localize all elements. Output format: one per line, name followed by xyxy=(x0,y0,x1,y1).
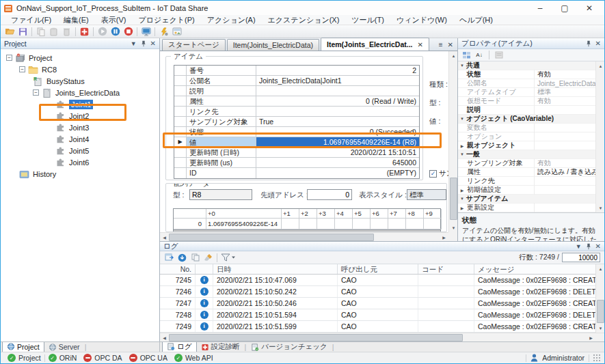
item-row-update-datetime[interactable]: 更新時間 (日時)2020/02/21 15:10:51 xyxy=(174,148,419,158)
monitor-icon[interactable] xyxy=(139,26,152,38)
menu-edit[interactable]: 編集(E) xyxy=(57,15,95,25)
item-row-state[interactable]: 状態0 (Succeeded) xyxy=(174,127,419,137)
maximize-button[interactable]: ▢ xyxy=(552,2,577,14)
tree-item-joint2[interactable]: Joint2 xyxy=(1,110,159,122)
close-button[interactable]: ✕ xyxy=(577,2,602,14)
scroll-left-icon[interactable]: ◀ xyxy=(160,233,169,242)
tree-item-joint4[interactable]: Joint4 xyxy=(1,133,159,145)
pin-icon[interactable] xyxy=(141,40,146,47)
item-row-value-selected[interactable]: ▶値1.06976955409226E-14 (R8) xyxy=(174,137,419,148)
document-horizontal-scrollbar[interactable]: ◀ ▶ xyxy=(160,232,448,241)
paste-icon[interactable] xyxy=(47,26,60,38)
panel-menu-chevron-icon[interactable]: ▼ xyxy=(576,243,582,250)
prop-row-update-settings[interactable]: ▶更新設定 xyxy=(458,204,604,212)
scroll-right-icon[interactable]: ▶ xyxy=(440,233,448,242)
item-row-link-target[interactable]: リンク先 xyxy=(174,107,419,117)
tab-list-icon[interactable]: ≡ xyxy=(439,41,443,48)
row-count-max-input[interactable] xyxy=(562,253,600,262)
menu-action[interactable]: アクション(A) xyxy=(201,15,262,25)
tab-close-icon[interactable]: ✕ xyxy=(418,41,423,48)
log-col-message[interactable]: メッセージ xyxy=(474,264,604,274)
log-row[interactable]: 7247 i 2020/02/21 15:10:50.246 CAO CaoMe… xyxy=(160,298,604,309)
array-address-input[interactable] xyxy=(307,189,352,200)
log-col-code[interactable]: コード xyxy=(418,264,474,274)
tree-item-busystatus[interactable]: R BusyStatus xyxy=(1,75,159,87)
menu-project[interactable]: プロジェクト(P) xyxy=(132,15,200,25)
snapshot-icon[interactable] xyxy=(170,26,183,38)
menu-tool[interactable]: ツール(T) xyxy=(345,15,390,25)
log-col-datetime[interactable]: 日時 xyxy=(213,264,338,274)
menu-extension[interactable]: エクステンション(X) xyxy=(262,15,346,25)
scroll-thumb[interactable] xyxy=(450,178,457,220)
stop-icon[interactable] xyxy=(122,26,135,38)
menu-view[interactable]: 表示(V) xyxy=(95,15,133,25)
delete-icon[interactable] xyxy=(60,26,73,38)
collapse-chevron-icon[interactable]: ▼ xyxy=(458,197,466,201)
sampling-checkbox[interactable]: ✓ xyxy=(429,170,437,178)
array-style-select[interactable]: 標準 xyxy=(407,189,446,200)
pause-icon[interactable] xyxy=(109,26,122,38)
tree-item-rc8[interactable]: − RC8 xyxy=(1,64,159,75)
collapse-icon[interactable]: − xyxy=(19,66,25,72)
clear-log-icon[interactable] xyxy=(202,252,215,264)
collapse-icon[interactable]: − xyxy=(6,55,12,61)
log-row[interactable]: 7245 i 2020/02/21 15:10:47.069 CAO CaoMe… xyxy=(160,275,604,286)
panel-close-icon[interactable]: ✕ xyxy=(595,243,601,250)
log-col-caller[interactable]: 呼び出し元 xyxy=(338,264,418,274)
panel-close-icon[interactable]: ✕ xyxy=(595,40,601,47)
panel-menu-chevron-icon[interactable]: ▼ xyxy=(131,40,137,47)
menu-file[interactable]: ファイル(F) xyxy=(5,15,57,25)
scroll-thumb[interactable] xyxy=(169,334,463,341)
tab-config-diagnosis[interactable]: 設定診断 xyxy=(197,342,244,352)
collapse-icon[interactable]: − xyxy=(33,89,39,96)
item-row-update-us[interactable]: 更新時間 (us)645000 xyxy=(174,158,419,168)
scroll-up-icon[interactable]: ▲ xyxy=(596,264,604,273)
tab-log[interactable]: ログ xyxy=(162,342,197,352)
collapse-chevron-icon[interactable]: ▼ xyxy=(458,152,466,156)
scroll-up-icon[interactable]: ▲ xyxy=(596,61,604,70)
pin-icon[interactable] xyxy=(586,40,591,47)
sort-az-icon[interactable]: A↓ xyxy=(474,51,485,60)
expand-chevron-icon[interactable]: ▶ xyxy=(458,206,466,210)
pin-icon[interactable] xyxy=(586,243,591,250)
log-col-icon[interactable] xyxy=(196,264,213,274)
copy-log-icon[interactable] xyxy=(189,252,202,264)
tree-item-joint3[interactable]: Joint3 xyxy=(1,122,159,133)
array-data-row[interactable]: 0 1.06976955409226E-14 xyxy=(174,219,440,229)
tree-item-joint6[interactable]: Joint6 xyxy=(1,156,159,168)
tab-item-joint1-active[interactable]: Item(Joints_ElectricDat...✕ xyxy=(321,38,429,51)
categorize-icon[interactable] xyxy=(461,51,472,60)
scroll-thumb[interactable] xyxy=(169,234,374,241)
prop-row-parent-object[interactable]: ▶親オブジェクト xyxy=(458,141,604,150)
item-row-number[interactable]: 番号2 xyxy=(174,66,419,76)
run-icon[interactable] xyxy=(96,26,109,38)
tree-item-joints-electricdata[interactable]: − Joints_ElectricData xyxy=(1,87,159,98)
menu-help[interactable]: ヘルプ(H) xyxy=(453,15,499,25)
log-vertical-scrollbar[interactable]: ▲ ▼ xyxy=(595,264,604,333)
tab-project[interactable]: Project xyxy=(2,342,44,352)
menu-window[interactable]: ウィンドウ(W) xyxy=(390,15,453,25)
tree-item-history[interactable]: History xyxy=(1,168,159,180)
tree-item-joint1[interactable]: Joint1 xyxy=(1,98,159,110)
save-icon[interactable] xyxy=(16,26,29,38)
expand-chevron-icon[interactable]: ▶ xyxy=(458,188,466,193)
filter-icon[interactable] xyxy=(219,252,237,264)
scroll-thumb[interactable] xyxy=(597,300,604,323)
panel-close-icon[interactable]: ✕ xyxy=(150,40,156,47)
item-row-id[interactable]: ID(EMPTY) xyxy=(174,168,419,178)
log-col-no[interactable]: No. xyxy=(160,264,196,274)
array-type-input[interactable] xyxy=(189,189,252,200)
resize-grip[interactable] xyxy=(593,354,601,362)
document-close-icon[interactable]: ✕ xyxy=(448,41,453,48)
scroll-up-icon[interactable]: ▲ xyxy=(449,51,457,60)
scroll-down-icon[interactable]: ▼ xyxy=(596,324,604,333)
open-project-icon[interactable] xyxy=(3,26,16,38)
item-row-description[interactable]: 説明 xyxy=(174,86,419,96)
log-row[interactable]: 7246 i 2020/02/21 15:10:50.242 CAO CaoMe… xyxy=(160,286,604,298)
expand-chevron-icon[interactable]: ▶ xyxy=(458,143,466,148)
script-action-icon[interactable] xyxy=(157,26,170,38)
tree-item-joint5[interactable]: Joint5 xyxy=(1,145,159,156)
scroll-down-icon[interactable]: ▼ xyxy=(596,204,604,212)
minimize-button[interactable]: – xyxy=(528,2,552,14)
properties-vertical-scrollbar[interactable]: ▲ ▼ xyxy=(595,61,604,212)
